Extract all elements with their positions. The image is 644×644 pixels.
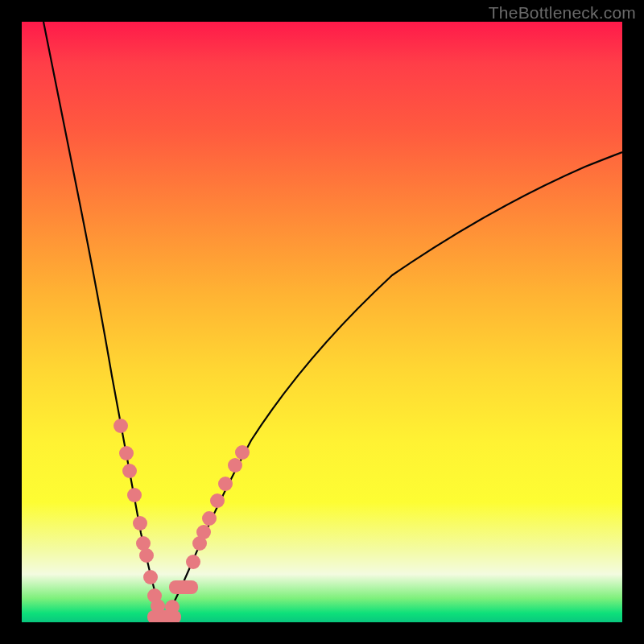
right-curve [165,152,622,620]
watermark-label: TheBottleneck.com [489,3,636,23]
curves-svg [22,22,622,622]
left-curve [43,22,165,620]
series-marker [210,493,225,508]
series-marker [228,458,242,473]
chart-frame: TheBottleneck.com [0,0,644,644]
series-marker [139,548,154,563]
series-marker [133,516,147,530]
series-marker [196,525,211,539]
plot-area [22,22,622,622]
series-marker [165,600,180,614]
series-marker [127,488,142,502]
series-marker [119,446,134,460]
series-marker [235,445,250,460]
series-marker [186,555,200,569]
series-marker [151,599,165,613]
series-marker [202,511,217,526]
series-marker [114,419,128,433]
series-marker [122,464,137,478]
series-marker [143,570,158,584]
series-marker [218,477,233,491]
trough-pill [169,580,198,594]
